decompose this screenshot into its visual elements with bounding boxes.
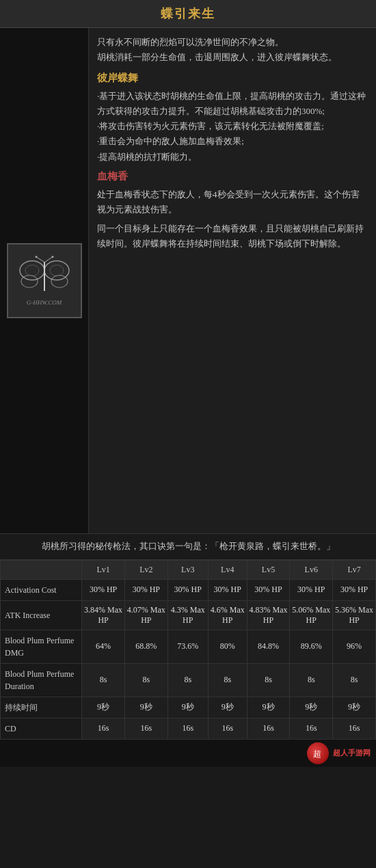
svg-point-3 [51, 275, 68, 288]
row-value-cell: 9秒 [247, 697, 290, 718]
row-value-cell: 16s [82, 718, 125, 739]
row-label-cell: Blood Plum Perfume DMG [1, 630, 82, 663]
section1-body: ·基于进入该状态时胡桃的生命值上限，提高胡桃的攻击力。通过这种方式获得的攻击力提… [97, 89, 368, 164]
main-content: G-HHW.COM 只有永不间断的烈焰可以洗净世间的不净之物。 胡桃消耗一部分生… [0, 28, 376, 533]
logo-text: 超人手游网 [333, 748, 371, 758]
row-value-cell: 5.36% Max HP [333, 600, 376, 630]
logo-icon: 超 [307, 742, 329, 764]
intro-block: 只有永不间断的烈焰可以洗净世间的不净之物。 胡桃消耗一部分生命值，击退周围敌人，… [97, 35, 368, 65]
svg-point-10 [50, 265, 64, 276]
logo-area: 超 超人手游网 [307, 742, 371, 764]
col-lv7: Lv7 [333, 560, 376, 579]
stats-table: Lv1 Lv2 Lv3 Lv4 Lv5 Lv6 Lv7 Activation C… [0, 560, 376, 740]
row-value-cell: 8s [333, 663, 376, 697]
row-value-cell: 9秒 [290, 697, 333, 718]
row-value-cell: 8s [124, 663, 167, 697]
row-value-cell: 9秒 [333, 697, 376, 718]
row-value-cell: 4.6% Max HP [208, 600, 247, 630]
row-value-cell: 8s [247, 663, 290, 697]
row-label-cell: Activation Cost [1, 579, 82, 600]
row-value-cell: 4.07% Max HP [124, 600, 167, 630]
svg-text:超: 超 [313, 749, 321, 759]
col-lv2: Lv2 [124, 560, 167, 579]
table-row: Blood Plum Perfume Duration8s8s8s8s8s8s8… [1, 663, 376, 697]
row-value-cell: 16s [208, 718, 247, 739]
table-row: Activation Cost30% HP30% HP30% HP30% HP3… [1, 579, 376, 600]
section2-body1: 处于血梅香状态下的敌人，每4秒会受到一次火元素伤害。这个伤害视为元素战技伤害。 [97, 187, 368, 217]
svg-point-7 [35, 256, 37, 258]
row-value-cell: 30% HP [333, 579, 376, 600]
row-value-cell: 4.3% Max HP [167, 600, 208, 630]
stats-table-wrapper: Lv1 Lv2 Lv3 Lv4 Lv5 Lv6 Lv7 Activation C… [0, 559, 376, 740]
table-row: 持续时间9秒9秒9秒9秒9秒9秒9秒 [1, 697, 376, 718]
row-value-cell: 30% HP [290, 579, 333, 600]
row-value-cell: 16s [290, 718, 333, 739]
row-value-cell: 80% [208, 630, 247, 663]
title-bar: 蝶引来生 [0, 0, 376, 28]
butterfly-icon [17, 255, 72, 296]
row-value-cell: 68.8% [124, 630, 167, 663]
row-value-cell: 30% HP [208, 579, 247, 600]
section2-body2: 同一个目标身上只能存在一个血梅香效果，且只能被胡桃自己刷新持续时间。彼岸蝶舞将在… [97, 221, 368, 251]
row-value-cell: 30% HP [247, 579, 290, 600]
row-value-cell: 9秒 [167, 697, 208, 718]
page-title: 蝶引来生 [161, 7, 215, 20]
skill-icon-box: G-HHW.COM [7, 243, 82, 318]
footer-quote: 胡桃所习得的秘传枪法，其口诀第一句是：「枪开黄泉路，蝶引来世桥。」 [0, 533, 376, 559]
row-value-cell: 8s [167, 663, 208, 697]
row-label-cell: ATK Increase [1, 600, 82, 630]
bottom-bar: 超 超人手游网 [0, 740, 376, 767]
section1-title: 彼岸蝶舞 [97, 72, 368, 85]
row-value-cell: 73.6% [167, 630, 208, 663]
row-value-cell: 9秒 [124, 697, 167, 718]
row-label-cell: Blood Plum Perfume Duration [1, 663, 82, 697]
row-value-cell: 16s [333, 718, 376, 739]
row-value-cell: 4.83% Max HP [247, 600, 290, 630]
intro-line1: 只有永不间断的烈焰可以洗净世间的不净之物。 [97, 37, 284, 47]
row-value-cell: 3.84% Max HP [82, 600, 125, 630]
row-value-cell: 64% [82, 630, 125, 663]
row-value-cell: 96% [333, 630, 376, 663]
row-value-cell: 8s [208, 663, 247, 697]
col-lv6: Lv6 [290, 560, 333, 579]
row-label-cell: 持续时间 [1, 697, 82, 718]
row-label-cell: CD [1, 718, 82, 739]
text-panel: 只有永不间断的烈焰可以洗净世间的不净之物。 胡桃消耗一部分生命值，击退周围敌人，… [89, 28, 376, 533]
row-value-cell: 16s [247, 718, 290, 739]
row-value-cell: 9秒 [208, 697, 247, 718]
row-value-cell: 16s [167, 718, 208, 739]
svg-point-1 [21, 275, 38, 288]
row-value-cell: 9秒 [82, 697, 125, 718]
col-lv5: Lv5 [247, 560, 290, 579]
row-value-cell: 30% HP [82, 579, 125, 600]
intro-line2: 胡桃消耗一部分生命值，击退周围敌人，进入彼岸蝶舞状态。 [97, 52, 337, 62]
table-row: CD16s16s16s16s16s16s16s [1, 718, 376, 739]
watermark: G-HHW.COM [27, 299, 62, 306]
icon-panel: G-HHW.COM [0, 28, 89, 533]
table-header-row: Lv1 Lv2 Lv3 Lv4 Lv5 Lv6 Lv7 [1, 560, 376, 579]
col-lv3: Lv3 [167, 560, 208, 579]
row-value-cell: 8s [290, 663, 333, 697]
row-value-cell: 8s [82, 663, 125, 697]
section2-title: 血梅香 [97, 170, 368, 183]
row-value-cell: 5.06% Max HP [290, 600, 333, 630]
table-row: Blood Plum Perfume DMG64%68.8%73.6%80%84… [1, 630, 376, 663]
table-row: ATK Increase3.84% Max HP4.07% Max HP4.3%… [1, 600, 376, 630]
row-value-cell: 30% HP [167, 579, 208, 600]
row-value-cell: 30% HP [124, 579, 167, 600]
row-value-cell: 89.6% [290, 630, 333, 663]
col-lv1: Lv1 [82, 560, 125, 579]
col-lv4: Lv4 [208, 560, 247, 579]
svg-point-8 [51, 256, 53, 258]
row-value-cell: 84.8% [247, 630, 290, 663]
col-label [1, 560, 82, 579]
svg-point-9 [25, 265, 39, 276]
row-value-cell: 16s [124, 718, 167, 739]
